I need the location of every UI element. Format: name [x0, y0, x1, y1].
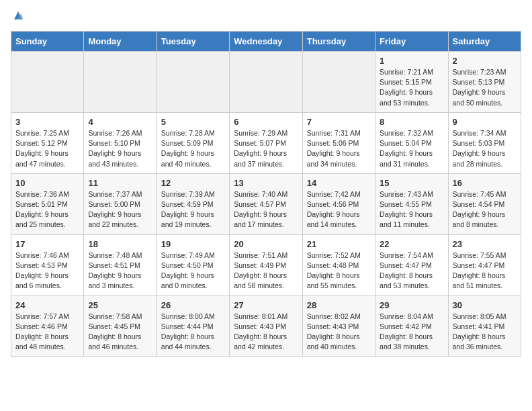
day-number: 2 — [453, 56, 517, 66]
logo-icon — [12, 9, 24, 21]
calendar-header-friday: Friday — [375, 32, 448, 52]
calendar-header-wednesday: Wednesday — [230, 32, 302, 52]
calendar-cell: 3Sunrise: 7:25 AM Sunset: 5:12 PM Daylig… — [11, 112, 84, 173]
day-number: 3 — [15, 117, 79, 127]
logo — [11, 11, 24, 23]
calendar-header-saturday: Saturday — [448, 32, 521, 52]
calendar-cell: 1Sunrise: 7:21 AM Sunset: 5:15 PM Daylig… — [375, 52, 448, 113]
day-detail: Sunrise: 7:29 AM Sunset: 5:07 PM Dayligh… — [234, 128, 298, 169]
day-detail: Sunrise: 7:49 AM Sunset: 4:50 PM Dayligh… — [161, 250, 225, 291]
calendar-cell: 23Sunrise: 7:55 AM Sunset: 4:47 PM Dayli… — [448, 234, 521, 295]
day-detail: Sunrise: 7:54 AM Sunset: 4:47 PM Dayligh… — [380, 250, 443, 291]
calendar-cell: 18Sunrise: 7:48 AM Sunset: 4:51 PM Dayli… — [84, 234, 157, 295]
day-number: 22 — [380, 239, 443, 249]
calendar-cell: 21Sunrise: 7:52 AM Sunset: 4:48 PM Dayli… — [302, 234, 375, 295]
calendar-cell — [84, 52, 157, 113]
calendar-header-row: SundayMondayTuesdayWednesdayThursdayFrid… — [11, 32, 521, 52]
day-number: 10 — [15, 178, 79, 188]
day-detail: Sunrise: 7:40 AM Sunset: 4:57 PM Dayligh… — [234, 189, 298, 230]
calendar-week-row: 24Sunrise: 7:57 AM Sunset: 4:46 PM Dayli… — [11, 295, 521, 357]
day-number: 6 — [234, 117, 298, 127]
calendar-week-row: 10Sunrise: 7:36 AM Sunset: 5:01 PM Dayli… — [11, 173, 521, 234]
day-number: 26 — [161, 300, 225, 310]
calendar-cell: 4Sunrise: 7:26 AM Sunset: 5:10 PM Daylig… — [84, 112, 157, 173]
calendar-cell: 12Sunrise: 7:39 AM Sunset: 4:59 PM Dayli… — [157, 173, 229, 234]
calendar-header-tuesday: Tuesday — [157, 32, 229, 52]
calendar-cell: 13Sunrise: 7:40 AM Sunset: 4:57 PM Dayli… — [230, 173, 302, 234]
day-detail: Sunrise: 7:26 AM Sunset: 5:10 PM Dayligh… — [88, 128, 152, 169]
calendar-cell: 7Sunrise: 7:31 AM Sunset: 5:06 PM Daylig… — [302, 112, 375, 173]
day-detail: Sunrise: 7:34 AM Sunset: 5:03 PM Dayligh… — [453, 128, 517, 169]
calendar-cell: 27Sunrise: 8:01 AM Sunset: 4:43 PM Dayli… — [230, 295, 302, 357]
day-number: 13 — [234, 178, 298, 188]
calendar-cell: 24Sunrise: 7:57 AM Sunset: 4:46 PM Dayli… — [11, 295, 84, 357]
day-detail: Sunrise: 7:43 AM Sunset: 4:55 PM Dayligh… — [380, 189, 443, 230]
day-detail: Sunrise: 7:21 AM Sunset: 5:15 PM Dayligh… — [380, 67, 443, 108]
day-number: 14 — [307, 178, 371, 188]
calendar-week-row: 1Sunrise: 7:21 AM Sunset: 5:15 PM Daylig… — [11, 52, 521, 113]
day-number: 18 — [88, 239, 152, 249]
day-detail: Sunrise: 8:04 AM Sunset: 4:42 PM Dayligh… — [380, 312, 443, 353]
day-number: 28 — [307, 300, 371, 310]
calendar-header-sunday: Sunday — [11, 32, 84, 52]
calendar-cell: 29Sunrise: 8:04 AM Sunset: 4:42 PM Dayli… — [375, 295, 448, 357]
day-number: 21 — [307, 239, 371, 249]
calendar-cell: 14Sunrise: 7:42 AM Sunset: 4:56 PM Dayli… — [302, 173, 375, 234]
day-number: 19 — [161, 239, 225, 249]
calendar-cell: 9Sunrise: 7:34 AM Sunset: 5:03 PM Daylig… — [448, 112, 521, 173]
day-number: 16 — [453, 178, 517, 188]
calendar-header-thursday: Thursday — [302, 32, 375, 52]
day-number: 11 — [88, 178, 152, 188]
day-detail: Sunrise: 7:23 AM Sunset: 5:13 PM Dayligh… — [453, 67, 517, 108]
day-detail: Sunrise: 8:05 AM Sunset: 4:41 PM Dayligh… — [453, 312, 517, 353]
day-detail: Sunrise: 7:31 AM Sunset: 5:06 PM Dayligh… — [307, 128, 371, 169]
day-detail: Sunrise: 8:00 AM Sunset: 4:44 PM Dayligh… — [161, 312, 225, 353]
day-detail: Sunrise: 7:32 AM Sunset: 5:04 PM Dayligh… — [380, 128, 443, 169]
calendar-cell: 22Sunrise: 7:54 AM Sunset: 4:47 PM Dayli… — [375, 234, 448, 295]
calendar-cell — [230, 52, 302, 113]
calendar-cell: 30Sunrise: 8:05 AM Sunset: 4:41 PM Dayli… — [448, 295, 521, 357]
day-number: 25 — [88, 300, 152, 310]
calendar-cell: 5Sunrise: 7:28 AM Sunset: 5:09 PM Daylig… — [157, 112, 229, 173]
day-detail: Sunrise: 7:58 AM Sunset: 4:45 PM Dayligh… — [88, 312, 152, 353]
calendar-cell: 2Sunrise: 7:23 AM Sunset: 5:13 PM Daylig… — [448, 52, 521, 113]
calendar-cell: 10Sunrise: 7:36 AM Sunset: 5:01 PM Dayli… — [11, 173, 84, 234]
day-number: 30 — [453, 300, 517, 310]
day-detail: Sunrise: 7:48 AM Sunset: 4:51 PM Dayligh… — [88, 250, 152, 291]
day-number: 20 — [234, 239, 298, 249]
day-detail: Sunrise: 7:39 AM Sunset: 4:59 PM Dayligh… — [161, 189, 225, 230]
calendar-cell — [302, 52, 375, 113]
calendar-cell: 11Sunrise: 7:37 AM Sunset: 5:00 PM Dayli… — [84, 173, 157, 234]
calendar-cell: 25Sunrise: 7:58 AM Sunset: 4:45 PM Dayli… — [84, 295, 157, 357]
day-detail: Sunrise: 7:25 AM Sunset: 5:12 PM Dayligh… — [15, 128, 79, 169]
day-detail: Sunrise: 7:52 AM Sunset: 4:48 PM Dayligh… — [307, 250, 371, 291]
calendar-cell: 19Sunrise: 7:49 AM Sunset: 4:50 PM Dayli… — [157, 234, 229, 295]
day-number: 8 — [380, 117, 443, 127]
day-number: 4 — [88, 117, 152, 127]
calendar-cell — [11, 52, 84, 113]
calendar-cell: 15Sunrise: 7:43 AM Sunset: 4:55 PM Dayli… — [375, 173, 448, 234]
day-detail: Sunrise: 7:51 AM Sunset: 4:49 PM Dayligh… — [234, 250, 298, 291]
day-number: 7 — [307, 117, 371, 127]
day-detail: Sunrise: 7:42 AM Sunset: 4:56 PM Dayligh… — [307, 189, 371, 230]
day-detail: Sunrise: 7:46 AM Sunset: 4:53 PM Dayligh… — [15, 250, 79, 291]
day-detail: Sunrise: 7:55 AM Sunset: 4:47 PM Dayligh… — [453, 250, 517, 291]
day-number: 27 — [234, 300, 298, 310]
calendar-cell: 6Sunrise: 7:29 AM Sunset: 5:07 PM Daylig… — [230, 112, 302, 173]
calendar-table: SundayMondayTuesdayWednesdayThursdayFrid… — [11, 31, 521, 357]
day-detail: Sunrise: 7:37 AM Sunset: 5:00 PM Dayligh… — [88, 189, 152, 230]
calendar-week-row: 3Sunrise: 7:25 AM Sunset: 5:12 PM Daylig… — [11, 112, 521, 173]
calendar-cell — [157, 52, 229, 113]
day-detail: Sunrise: 7:36 AM Sunset: 5:01 PM Dayligh… — [15, 189, 79, 230]
header — [11, 11, 521, 23]
calendar-cell: 16Sunrise: 7:45 AM Sunset: 4:54 PM Dayli… — [448, 173, 521, 234]
day-number: 1 — [380, 56, 443, 66]
day-number: 12 — [161, 178, 225, 188]
calendar-cell: 26Sunrise: 8:00 AM Sunset: 4:44 PM Dayli… — [157, 295, 229, 357]
calendar-cell: 20Sunrise: 7:51 AM Sunset: 4:49 PM Dayli… — [230, 234, 302, 295]
day-detail: Sunrise: 8:02 AM Sunset: 4:43 PM Dayligh… — [307, 312, 371, 353]
day-number: 29 — [380, 300, 443, 310]
day-detail: Sunrise: 7:28 AM Sunset: 5:09 PM Dayligh… — [161, 128, 225, 169]
day-number: 5 — [161, 117, 225, 127]
day-number: 17 — [15, 239, 79, 249]
